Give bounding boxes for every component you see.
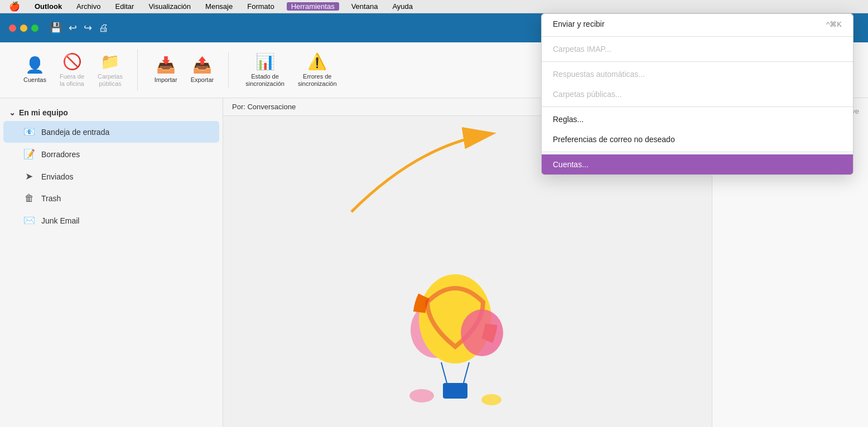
public-folders-icon: 📁 [100,52,120,71]
dropdown-sep-2 [542,61,853,62]
dropdown-carpetas-publicas: Carpetas públicas... [542,84,853,104]
sent-label: Enviados [41,172,74,181]
import-icon: 📥 [156,56,176,74]
ribbon-btn-importar[interactable]: 📥 Importar [149,52,183,87]
cuentas-label: Cuentas... [553,160,589,169]
ribbon-btn-carpetas-publicas[interactable]: 📁 Carpetaspúblicas [92,49,128,91]
visualizacion-menu[interactable]: Visualización [146,2,193,11]
dropdown-carpetas-imap: Carpetas IMAP... [542,39,853,59]
redo-icon[interactable]: ↪ [84,22,92,34]
dropdown-preferencias-spam[interactable]: Preferencias de correo no deseado [542,129,853,149]
chevron-down-icon: ⌄ [9,108,16,117]
sidebar-section-header[interactable]: ⌄ En mi equipo [0,105,223,120]
sync-status-icon: 📊 [255,52,275,71]
trash-icon: 🗑 [23,193,35,204]
formato-menu[interactable]: Formato [245,2,276,11]
sent-icon: ➤ [23,171,35,182]
respuestas-label: Respuestas automáticas... [553,70,645,79]
sidebar: ⌄ En mi equipo 📧 Bandeja de entrada 📝 Bo… [0,98,223,427]
preferencias-spam-label: Preferencias de correo no deseado [553,135,675,144]
ribbon-btn-fuera[interactable]: 🚫 Fuera dela oficina [54,49,90,91]
ayuda-menu[interactable]: Ayuda [390,2,415,11]
import-label: Importar [155,76,177,84]
junk-icon: ✉️ [23,215,35,226]
dropdown-sep-3 [542,106,853,107]
inbox-label: Bandeja de entrada [41,128,109,137]
outlook-menu[interactable]: Outlook [32,2,64,11]
carpetas-publicas-label: Carpetas públicas... [553,90,622,99]
ventana-menu[interactable]: Ventana [349,2,380,11]
inbox-icon: 📧 [23,126,35,138]
svg-rect-6 [443,383,467,399]
drafts-label: Borradores [41,150,80,159]
ribbon-group-sync: 📊 Estado desincronización ⚠️ Errores des… [231,49,351,91]
section-title: En mi equipo [19,108,68,117]
editar-menu[interactable]: Editar [113,2,136,11]
ribbon-btn-cuentas[interactable]: 👤 Cuentas [18,49,52,91]
dropdown-sep-1 [542,36,853,37]
herramientas-menu[interactable]: Herramientas [287,2,339,11]
out-of-office-icon: 🚫 [62,52,82,71]
reglas-label: Reglas... [553,115,584,124]
save-icon[interactable]: 💾 [50,22,62,34]
junk-label: Junk Email [41,216,79,225]
carpetas-imap-label: Carpetas IMAP... [553,45,611,54]
sync-errors-label: Errores desincronización [298,73,337,88]
titlebar-toolbar: 💾 ↩ ↪ 🖨 [50,22,109,34]
close-button[interactable] [9,25,16,32]
svg-line-4 [441,362,447,383]
apple-menu[interactable]: 🍎 [7,1,22,12]
archivo-menu[interactable]: Archivo [74,2,103,11]
ribbon-group-accounts: 👤 Cuentas 🚫 Fuera dela oficina 📁 Carpeta… [9,49,138,91]
dropdown-enviar-recibir[interactable]: Enviar y recibir ^⌘K [542,14,853,34]
sidebar-item-junk[interactable]: ✉️ Junk Email [3,210,219,231]
dropdown-reglas[interactable]: Reglas... [542,109,853,129]
maximize-button[interactable] [31,25,38,32]
export-label: Exportar [191,76,214,84]
mensaje-menu[interactable]: Mensaje [203,2,235,11]
svg-line-5 [464,362,469,383]
sync-errors-icon: ⚠️ [307,52,327,71]
trash-label: Trash [41,194,61,203]
accounts-label: Cuentas [23,76,46,84]
sidebar-item-borradores[interactable]: 📝 Borradores [3,143,219,165]
sidebar-item-trash[interactable]: 🗑 Trash [3,188,219,209]
herramientas-dropdown: Enviar y recibir ^⌘K Carpetas IMAP... Re… [541,13,853,175]
sidebar-item-bandeja[interactable]: 📧 Bandeja de entrada [3,121,219,143]
ribbon-btn-sync-status[interactable]: 📊 Estado desincronización [240,49,290,91]
minimize-button[interactable] [20,25,27,32]
sync-status-label: Estado desincronización [245,73,284,88]
ribbon-btn-exportar[interactable]: 📤 Exportar [185,52,220,87]
ribbon-btn-sync-errors[interactable]: ⚠️ Errores desincronización [292,49,343,91]
ribbon-group-import: 📥 Importar 📤 Exportar [140,52,229,87]
accounts-icon: 👤 [25,56,45,74]
dropdown-sep-4 [542,152,853,152]
out-of-office-label: Fuera dela oficina [60,73,84,88]
enviar-recibir-label: Enviar y recibir [553,20,605,28]
dropdown-cuentas[interactable]: Cuentas... [542,154,853,174]
undo-icon[interactable]: ↩ [69,22,77,34]
svg-point-8 [481,394,501,405]
public-folders-label: Carpetaspúblicas [98,73,123,88]
svg-point-3 [461,309,503,356]
enviar-recibir-shortcut: ^⌘K [826,20,842,28]
sidebar-item-enviados[interactable]: ➤ Enviados [3,166,219,187]
export-icon: 📤 [192,56,212,74]
svg-point-7 [409,389,434,402]
sort-label: Por: Conversacione [232,103,296,111]
balloon-illustration [394,258,517,414]
menubar: 🍎 Outlook Archivo Editar Visualización M… [0,0,868,13]
drafts-icon: 📝 [23,148,35,160]
dropdown-respuestas: Respuestas automáticas... [542,64,853,84]
print-icon[interactable]: 🖨 [99,22,109,34]
traffic-lights [9,25,38,32]
